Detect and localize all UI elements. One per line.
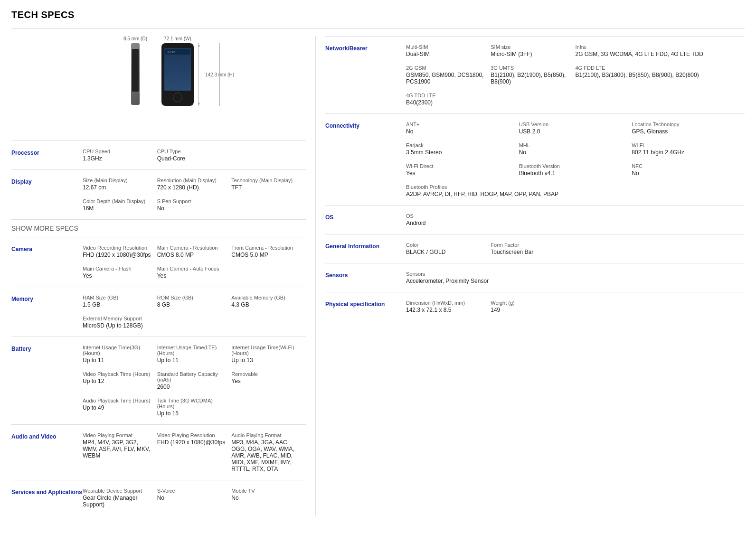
spec-weight: Weight (g) 149: [491, 300, 575, 313]
section-services: Services and Applications Wearable Devic…: [11, 480, 306, 515]
spec-label-video-recording: Video Recording Resolution: [83, 245, 151, 251]
spec-value-spen: No: [157, 205, 226, 212]
spec-main-cam-af: Main Camera - Auto Focus Yes: [157, 266, 232, 279]
spec-value-internet-wifi: Up to 13: [231, 357, 300, 364]
spec-value-weight: 149: [491, 307, 570, 313]
show-more-button[interactable]: SHOW MORE SPECS —: [11, 219, 306, 237]
spec-value-bt-profiles: A2DP, AVRCP, DI, HFP, HID, HOGP, MAP, OP…: [406, 191, 740, 197]
section-content-sensors: Sensors Accelerometer, Proximity Sensor: [406, 271, 745, 284]
spec-value-wearable: Gear Circle (Manager Support): [83, 495, 151, 508]
spec-removable: Removable Yes: [231, 371, 306, 390]
spec-label-video-playback: Video Playback Time (Hours): [83, 371, 151, 377]
left-panel: 8.5 mm (D) 72.1 mm (W): [11, 36, 315, 515]
section-content-general: Color BLACK / GOLD Form Factor Touchscre…: [406, 242, 745, 255]
show-more-text: SHOW MORE SPECS —: [11, 225, 87, 232]
dim-depth-label: 8.5 mm (D): [123, 36, 147, 41]
spec-label-talk-time: Talk Time (3G WCDMA) (Hours): [157, 398, 226, 409]
spec-3g-umts: 3G UMTS B1(2100), B2(1900), B5(850), B8(…: [491, 65, 575, 85]
section-label-services: Services and Applications: [11, 488, 83, 508]
section-label-camera: Camera: [11, 245, 83, 279]
spec-label-battery-cap: Standard Battery Capacity (mAh): [157, 371, 226, 383]
spec-label-location-tech: Location Technology: [632, 122, 740, 127]
spec-value-4g-fdd: B1(2100), B3(1800), B5(850), B8(900), B2…: [576, 72, 740, 78]
spec-label-video-res: Video Playing Resolution: [157, 432, 226, 438]
spec-mhl: MHL No: [519, 142, 632, 156]
spec-label-bt-profiles: Bluetooth Profiles: [406, 184, 740, 190]
spec-location-tech: Location Technology GPS, Glonass: [632, 122, 745, 135]
right-panel: Network/Bearer Multi-SIM Dual-SIM SIM si…: [315, 36, 745, 515]
spec-bt-profiles: Bluetooth Profiles A2DP, AVRCP, DI, HFP,…: [406, 184, 745, 197]
section-label-connectivity: Connectivity: [325, 122, 406, 197]
spec-value-removable: Yes: [231, 378, 300, 384]
section-content-audio-video: Video Playing Format MP4, M4V, 3GP, 3G2,…: [83, 432, 306, 472]
spec-value-color-depth: 16M: [83, 205, 151, 212]
spec-value-wifi: 802.11 b/g/n 2.4GHz: [632, 149, 740, 156]
spec-label-infra: Infra: [576, 44, 740, 50]
spec-value-3g-umts: B1(2100), B2(1900), B5(850), B8(900): [491, 72, 570, 85]
spec-value-cpu-type: Quad-Core: [157, 155, 226, 162]
main-layout: 8.5 mm (D) 72.1 mm (W): [11, 36, 745, 515]
section-content-network: Multi-SIM Dual-SIM SIM size Micro-SIM (3…: [406, 44, 745, 106]
spec-label-cpu-speed: CPU Speed: [83, 149, 151, 154]
spec-label-internet-3g: Internet Usage Time(3G) (Hours): [83, 345, 151, 356]
spec-4g-tdd: 4G TDD LTE B40(2300): [406, 93, 491, 106]
spec-value-4g-tdd: B40(2300): [406, 99, 486, 106]
section-label-memory: Memory: [11, 295, 83, 329]
spec-label-wifi: Wi-Fi: [632, 142, 740, 148]
spec-video-res: Video Playing Resolution FHD (1920 x 108…: [157, 432, 232, 472]
spec-value-dimension: 142.3 x 72.1 x 8.5: [406, 307, 486, 313]
spec-infra: Infra 2G GSM, 3G WCDMA, 4G LTE FDD, 4G L…: [576, 44, 745, 57]
spec-value-location-tech: GPS, Glonass: [632, 128, 740, 135]
spec-label-bluetooth-ver: Bluetooth Version: [519, 163, 627, 169]
spec-label-video-format: Video Playing Format: [83, 432, 151, 438]
spec-internet-3g: Internet Usage Time(3G) (Hours) Up to 11: [83, 345, 157, 364]
spec-label-dimension: Dimension (HxWxD, mm): [406, 300, 486, 306]
spec-value-front-cam-res: CMOS 5.0 MP: [231, 252, 300, 258]
spec-label-avail-mem: Available Memory (GB): [231, 295, 300, 300]
spec-talk-time: Talk Time (3G WCDMA) (Hours) Up to 15: [157, 398, 232, 417]
spec-sim-size: SIM size Micro-SIM (3FF): [491, 44, 575, 57]
spec-value-video-format: MP4, M4V, 3GP, 3G2, WMV, ASF, AVI, FLV, …: [83, 439, 151, 459]
spec-value-display-resolution: 720 x 1280 (HD): [157, 184, 226, 191]
spec-value-color: BLACK / GOLD: [406, 249, 486, 255]
spec-bluetooth-ver: Bluetooth Version Bluetooth v4.1: [519, 163, 632, 177]
spec-value-sensors: Accelerometer, Proximity Sensor: [406, 278, 740, 284]
spec-label-sensors: Sensors: [406, 271, 740, 277]
spec-os: OS Android: [406, 213, 491, 226]
section-label-network: Network/Bearer: [325, 44, 406, 106]
spec-label-spen: S Pen Support: [157, 198, 226, 204]
section-content-processor: CPU Speed 1.3GHz CPU Type Quad-Core: [83, 149, 306, 162]
spec-label-mhl: MHL: [519, 142, 627, 148]
spec-value-audio-playback: Up to 49: [83, 404, 151, 411]
spec-label-internet-wifi: Internet Usage Time(Wi-Fi) (Hours): [231, 345, 300, 356]
spec-4g-fdd: 4G FDD LTE B1(2100), B3(1800), B5(850), …: [576, 65, 745, 85]
spec-display-size: Size (Main Display) 12.67 cm: [83, 178, 157, 191]
spec-value-talk-time: Up to 15: [157, 410, 226, 417]
section-content-services: Wearable Device Support Gear Circle (Man…: [83, 488, 306, 508]
section-display: Display Size (Main Display) 12.67 cm Res…: [11, 169, 306, 219]
spec-value-battery-cap: 2600: [157, 384, 226, 390]
spec-value-ram: 1.5 GB: [83, 301, 151, 308]
spec-label-3g-umts: 3G UMTS: [491, 65, 570, 71]
dim-width-label: 72.1 mm (W): [164, 36, 191, 41]
spec-internet-wifi: Internet Usage Time(Wi-Fi) (Hours) Up to…: [231, 345, 306, 364]
spec-wifi: Wi-Fi 802.11 b/g/n 2.4GHz: [632, 142, 745, 156]
spec-form-factor: Form Factor Touchscreen Bar: [491, 242, 575, 255]
spec-color-depth: Color Depth (Main Display) 16M: [83, 198, 157, 212]
spec-display-resolution: Resolution (Main Display) 720 x 1280 (HD…: [157, 178, 232, 191]
spec-label-display-tech: Technology (Main Display): [231, 178, 300, 183]
spec-svoice: S-Voice No: [157, 488, 232, 508]
spec-rom: ROM Size (GB) 8 GB: [157, 295, 232, 308]
section-memory: Memory RAM Size (GB) 1.5 GB ROM Size (GB…: [11, 287, 306, 337]
section-label-processor: Processor: [11, 149, 83, 162]
spec-avail-mem: Available Memory (GB) 4.3 GB: [231, 295, 306, 308]
spec-usb: USB Version USB 2.0: [519, 122, 632, 135]
section-physical: Physical specification Dimension (HxWxD,…: [325, 292, 745, 321]
spec-dimension: Dimension (HxWxD, mm) 142.3 x 72.1 x 8.5: [406, 300, 491, 313]
spec-value-ant: No: [406, 128, 514, 135]
spec-mobile-tv: Mobile TV No: [231, 488, 306, 508]
spec-value-video-res: FHD (1920 x 1080)@30fps: [157, 439, 226, 446]
spec-ext-mem: External Memory Support MicroSD (Up to 1…: [83, 316, 157, 329]
section-content-memory: RAM Size (GB) 1.5 GB ROM Size (GB) 8 GB …: [83, 295, 306, 329]
spec-label-display-resolution: Resolution (Main Display): [157, 178, 226, 183]
